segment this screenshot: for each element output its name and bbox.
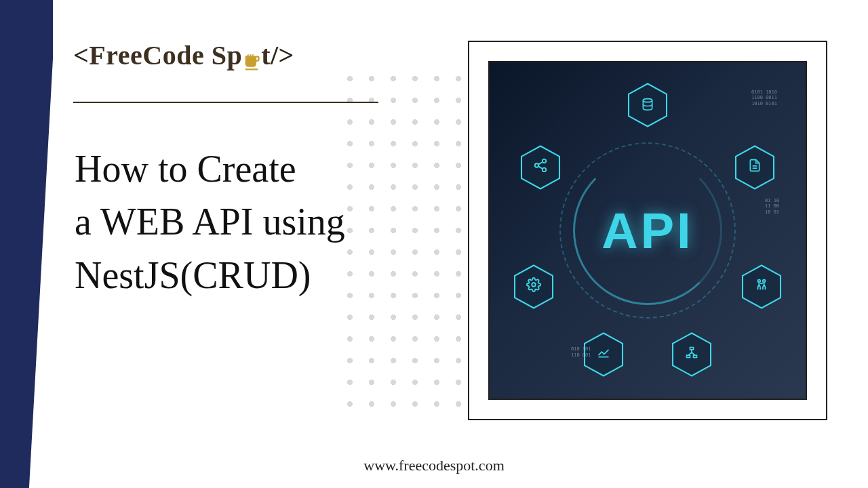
- svg-line-7: [538, 166, 542, 169]
- divider-line: [73, 102, 378, 103]
- hex-data-icon: [624, 81, 671, 129]
- logo-text-part2: t: [261, 40, 271, 70]
- api-center-text: API: [601, 202, 693, 260]
- title-line-2: a WEB API using: [75, 195, 345, 248]
- hex-network-icon: [668, 331, 715, 378]
- navy-sidebar-accent: [0, 0, 53, 488]
- coffee-cup-icon: [242, 48, 261, 68]
- featured-image-frame: API: [468, 41, 827, 420]
- gear-icon: [526, 277, 541, 296]
- svg-point-3: [542, 159, 547, 163]
- svg-point-5: [542, 168, 547, 172]
- network-icon: [685, 346, 698, 363]
- share-icon: [533, 158, 548, 177]
- svg-point-14: [758, 280, 761, 283]
- svg-point-1: [643, 99, 652, 102]
- svg-rect-21: [687, 355, 690, 357]
- hex-share-icon: [517, 144, 564, 191]
- footer-url: www.freecodespot.com: [363, 457, 505, 474]
- people-icon: [754, 277, 769, 296]
- decorative-text-2: 01 1011 0010 01: [765, 198, 799, 215]
- database-icon: [641, 98, 654, 113]
- logo-text-part1: FreeCode Sp: [89, 40, 242, 70]
- page-container: <FreeCode Spt/> How to Create a WEB API …: [0, 0, 868, 488]
- svg-rect-20: [690, 348, 694, 350]
- hex-document-icon: [731, 144, 778, 191]
- logo-close-bracket: />: [271, 40, 294, 70]
- document-icon: [748, 159, 762, 176]
- svg-point-4: [535, 163, 539, 167]
- svg-point-15: [763, 280, 766, 283]
- decorative-text-3: 010 101110 001: [571, 346, 605, 358]
- api-graphic: API: [488, 61, 807, 400]
- svg-rect-22: [694, 355, 697, 357]
- decorative-text-1: 0101 10101100 00111010 0101: [751, 89, 792, 106]
- site-logo: <FreeCode Spt/>: [73, 39, 294, 71]
- svg-line-6: [538, 162, 542, 165]
- title-line-3: NestJS(CRUD): [75, 249, 345, 302]
- svg-point-12: [532, 283, 536, 287]
- logo-open-bracket: <: [73, 40, 89, 70]
- hex-people-icon: [738, 263, 785, 310]
- hex-gear-icon: [510, 263, 557, 310]
- article-title: How to Create a WEB API using NestJS(CRU…: [75, 142, 345, 302]
- title-line-1: How to Create: [75, 142, 345, 195]
